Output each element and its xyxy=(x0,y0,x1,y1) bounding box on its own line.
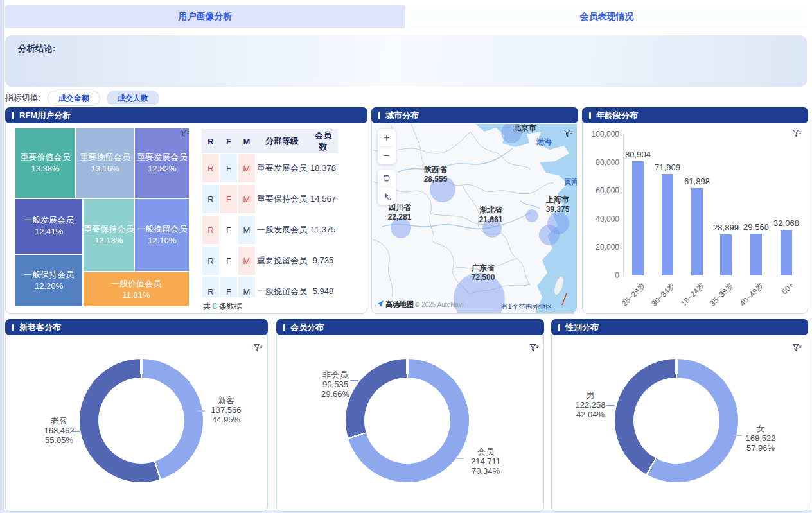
panel-title: RFM用户分析 xyxy=(19,110,71,121)
sea-label: 黄海 xyxy=(564,177,577,186)
age-bar[interactable] xyxy=(720,234,732,275)
panel-age-header: 年龄段分布 xyxy=(582,107,808,123)
dashboard-page: 用户画像分析 会员表现情况 分析结论: 指标切换: 成交金额 成交人数 RFM用… xyxy=(0,0,812,513)
header-accent-bar xyxy=(283,324,285,331)
rfm-table: R F M 分群等级 会员数 RFM重要发展会员18,378RFM重要保持会员1… xyxy=(202,129,342,297)
gender-donut[interactable] xyxy=(615,359,738,482)
table-row: RFM重要发展会员18,378 xyxy=(202,153,338,184)
x-axis-label: 25~29岁 xyxy=(620,281,648,309)
age-bar[interactable] xyxy=(750,234,762,275)
panel-rfm-body: 重要价值会员13.38%重要挽留会员13.16%重要发展会员12.82%一般发展… xyxy=(6,124,366,313)
city-label: 广东省 xyxy=(471,263,495,272)
metric-count-button[interactable]: 成交人数 xyxy=(107,91,159,106)
member-count-cell: 14,567 xyxy=(308,184,338,214)
panel-city-body: 北京市 渤海 黄海 陕西省 28,555 四川省 22,281 湖北省 21,6… xyxy=(373,124,577,313)
treemap-cell[interactable]: 一般价值会员11.81% xyxy=(83,272,190,307)
table-row: RFM重要保持会员14,567 xyxy=(202,184,338,214)
label-callout xyxy=(350,380,358,381)
rfm-f-cell: F xyxy=(220,184,238,214)
city-value: 39,375 xyxy=(546,205,570,214)
reset-rotation-icon[interactable] xyxy=(378,170,396,187)
pan-hand-icon[interactable] xyxy=(378,187,396,205)
treemap-cell[interactable]: 重要保持会员12.13% xyxy=(83,198,134,272)
panel-newold-header: 新老客分布 xyxy=(5,319,268,335)
label-callout xyxy=(71,431,80,432)
segment-level-cell: 重要保持会员 xyxy=(256,184,308,214)
member-count-cell: 18,378 xyxy=(308,153,338,184)
city-value: 72,500 xyxy=(472,273,495,282)
panel-newold-body: 老客168,46255.05% 新客137,56644.95% xyxy=(6,336,267,510)
city-label: 北京市 xyxy=(513,124,536,132)
treemap-cell[interactable]: 一般发展会员12.41% xyxy=(15,198,83,254)
col-header-count: 会员数 xyxy=(308,129,338,153)
new-old-donut[interactable] xyxy=(80,359,203,482)
header-accent-bar xyxy=(378,112,380,119)
panel-member-body: 非会员90,53529.66% 会员214,71170.34% xyxy=(278,336,543,510)
panel-city-distribution: 城市分布 xyxy=(371,107,578,314)
rfm-f-cell: F xyxy=(220,245,238,276)
treemap-cell[interactable]: 重要挽留会员13.16% xyxy=(76,128,134,198)
segment-level-cell: 重要发展会员 xyxy=(256,153,308,184)
out-of-range-note: 有1个范围外地区 xyxy=(501,302,552,310)
y-axis-tick: 40,000 xyxy=(583,214,619,223)
y-axis-tick: 100,000 xyxy=(583,130,619,139)
age-bar[interactable] xyxy=(632,161,644,275)
member-donut[interactable] xyxy=(346,359,469,482)
tab-member-performance[interactable]: 会员表现情况 xyxy=(407,5,807,28)
treemap-cell[interactable]: 重要价值会员13.38% xyxy=(15,128,76,198)
rfm-m-cell: M xyxy=(238,184,256,214)
label-callout xyxy=(455,458,464,459)
city-value: 28,555 xyxy=(424,175,448,184)
china-map[interactable]: 北京市 渤海 黄海 陕西省 28,555 四川省 22,281 湖北省 21,6… xyxy=(373,124,577,313)
panel-title: 城市分布 xyxy=(385,110,419,121)
filter-icon[interactable] xyxy=(529,343,539,352)
city-label: 陕西省 xyxy=(424,165,448,174)
y-axis-tick: 0 xyxy=(583,271,619,280)
panel-member-distribution: 会员分布 非会员90,53529.66% 会员214,71170.34% xyxy=(276,319,544,512)
rfm-m-cell: M xyxy=(238,276,256,297)
city-label: 湖北省 xyxy=(479,205,503,214)
table-header-row: R F M 分群等级 会员数 xyxy=(202,129,338,153)
tab-user-profile[interactable]: 用户画像分析 xyxy=(5,5,405,28)
metric-amount-button[interactable]: 成交金额 xyxy=(48,91,100,106)
analysis-conclusion-box: 分析结论: xyxy=(5,35,807,87)
y-axis-tick: 60,000 xyxy=(583,186,619,195)
filter-icon[interactable] xyxy=(792,343,802,352)
analysis-conclusion-label: 分析结论: xyxy=(18,43,56,55)
zoom-in-button[interactable]: + xyxy=(378,129,396,146)
filter-icon[interactable] xyxy=(792,129,802,138)
panel-age-body: 100,00080,00060,00040,00020,000080,90425… xyxy=(583,124,807,313)
filter-icon[interactable] xyxy=(253,343,263,352)
treemap-cell[interactable]: 重要发展会员12.82% xyxy=(134,128,190,198)
filter-icon[interactable] xyxy=(563,129,573,138)
city-label: 上海市 xyxy=(545,195,569,204)
y-axis-tick: 80,000 xyxy=(583,158,619,167)
filter-icon[interactable] xyxy=(180,129,190,138)
rfm-m-cell: M xyxy=(238,214,256,245)
header-accent-bar xyxy=(589,112,591,119)
metric-switch-label: 指标切换: xyxy=(5,92,41,104)
age-bar[interactable] xyxy=(781,230,792,275)
metric-switch-row: 指标切换: 成交金额 成交人数 xyxy=(5,91,391,106)
panel-gender-body: 男122,25842.04% 女168,52257.96% xyxy=(552,336,807,510)
member-count-cell: 9,735 xyxy=(308,245,338,276)
y-axis-tick: 20,000 xyxy=(583,243,619,252)
panel-new-old-distribution: 新老客分布 老客168,46255.05% 新客137,56644.95% xyxy=(5,319,268,512)
age-bar[interactable] xyxy=(662,174,673,275)
x-axis-label: 35~39岁 xyxy=(708,281,736,309)
panel-rfm-analysis: RFM用户分析 重要价值会员13.38%重要挽留会员13.16%重要发展会员12… xyxy=(5,107,367,314)
bar-value-label: 80,904 xyxy=(612,150,664,159)
panel-member-header: 会员分布 xyxy=(276,319,544,335)
tab-bar: 用户画像分析 会员表现情况 xyxy=(5,5,807,28)
zoom-out-button[interactable]: − xyxy=(378,147,396,164)
col-header-m: M xyxy=(238,129,256,153)
member-count-cell: 5,948 xyxy=(308,276,338,297)
treemap-cell[interactable]: 一般挽留会员12.10% xyxy=(134,198,190,272)
col-header-r: R xyxy=(202,129,220,153)
header-accent-bar xyxy=(12,112,14,119)
panel-rfm-header: RFM用户分析 xyxy=(5,107,367,123)
panel-age-distribution: 年龄段分布 100,00080,00060,00040,00020,000080… xyxy=(582,107,808,314)
treemap-cell[interactable]: 一般保持会员12.20% xyxy=(15,254,83,307)
bar-value-label: 71,909 xyxy=(642,162,693,172)
age-bar-chart: 100,00080,00060,00040,00020,000080,90425… xyxy=(583,124,807,313)
